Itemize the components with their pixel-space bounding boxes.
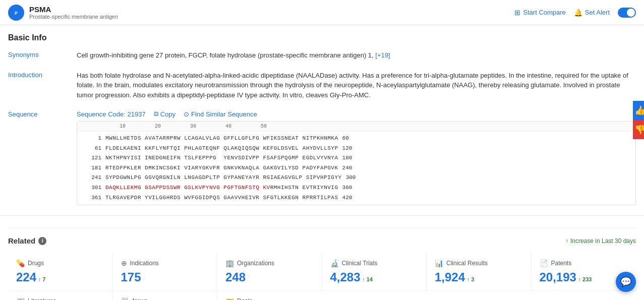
sequence-row: Sequence Sequence Code: 21937 ⧉ Copy ⊙ F…	[8, 110, 636, 205]
patents-icon: 📄	[540, 259, 548, 267]
introduction-value: Has both folate hydrolase and N-acetylat…	[77, 71, 636, 100]
literatures-label: Literatures	[28, 297, 56, 300]
header-left: P PSMA Prostate-specific membrane antige…	[8, 5, 118, 21]
stat-indications[interactable]: ⊕ Indications 175	[113, 253, 218, 290]
related-title-group: Related i	[8, 236, 46, 245]
sequence-box: 10 20 30 40 50 1 MWNLLHETDS AVATARRPRW L…	[77, 121, 636, 205]
clinical-trials-change: ↑ 14	[362, 276, 373, 282]
main-content: Basic Info Synonyms Cell growth-inhibiti…	[0, 25, 644, 300]
stat-organizations[interactable]: 🏢 Organizations 248	[217, 253, 322, 290]
sequence-rows: 1 MWNLLHETDS AVATARRPRW LCAGALVLAG GFFLL…	[77, 132, 635, 205]
stat-news[interactable]: 📡 News 498 ↑ 34	[113, 291, 218, 300]
related-section: Related i ↑ Increase in Last 30 days 💊 D…	[8, 228, 636, 300]
synonyms-more-link[interactable]: [+19]	[375, 51, 390, 59]
sequence-ruler: 10 20 30 40 50	[77, 122, 635, 132]
organizations-value-row: 248	[225, 270, 314, 284]
feedback-up-button[interactable]: 👍	[633, 101, 644, 120]
copy-button[interactable]: ⧉ Copy	[154, 110, 175, 118]
synonyms-value: Cell growth-inhibiting gene 27 protein, …	[77, 50, 636, 61]
clinical-results-value-row: 1,924 ↑ 3	[435, 270, 523, 284]
header-title-block: PSMA Prostate-specific membrane antigen	[29, 5, 118, 20]
seq-row-1: 1 MWNLLHETDS AVATARRPRW LCAGALVLAG GFFLL…	[77, 134, 635, 144]
patents-change: ↑ 233	[578, 276, 592, 282]
compare-icon: ⊞	[514, 9, 520, 17]
stats-grid-row2: 📰 Literatures 5,864 📡 News 498 ↑ 34	[8, 290, 636, 300]
introduction-row: Introduction Has both folate hydrolase a…	[8, 71, 636, 100]
seq-row-301: 301 DAQKLLEKMG GSAPPDSSWR GSLKVPYNVG PGF…	[77, 183, 635, 193]
indications-count: 175	[121, 270, 141, 284]
increase-badge: ↑ Increase in Last 30 days	[565, 237, 636, 245]
alert-toggle[interactable]	[618, 8, 636, 18]
related-title-text: Related	[8, 236, 35, 245]
psma-logo: P	[8, 5, 24, 21]
header: P PSMA Prostate-specific membrane antige…	[0, 0, 644, 25]
organizations-count: 248	[225, 270, 246, 284]
indications-value-row: 175	[121, 270, 209, 284]
indications-icon: ⊕	[121, 259, 127, 267]
section-divider	[0, 215, 644, 216]
news-icon: 📡	[121, 297, 130, 300]
related-header: Related i ↑ Increase in Last 30 days	[8, 236, 636, 245]
basic-info-section: Basic Info Synonyms Cell growth-inhibiti…	[8, 33, 636, 205]
drugs-value-row: 224 ↑ 7	[16, 270, 104, 284]
patents-count: 20,193	[540, 270, 576, 284]
header-right: ⊞ Start Compare 🔔 Set Alert	[514, 8, 636, 18]
introduction-label[interactable]: Introduction	[8, 71, 69, 79]
clinical-trials-icon: 🔬	[330, 259, 339, 267]
seq-row-121: 121 NKTHPNYISI INEDGNEIFN TSLFEPPPG YENV…	[77, 153, 635, 163]
increase-label: Increase in Last 30 days	[570, 237, 636, 245]
clinical-trials-count: 4,283	[330, 270, 361, 284]
entity-subtitle: Prostate-specific membrane antigen	[29, 14, 118, 20]
chat-button[interactable]: 💬	[616, 272, 636, 292]
organizations-label: Organizations	[237, 260, 274, 267]
drugs-count: 224	[16, 270, 36, 284]
drugs-icon: 💊	[16, 259, 25, 267]
clinical-results-change: ↑ 3	[467, 276, 475, 282]
news-label: News	[133, 297, 148, 300]
bell-icon: 🔔	[574, 9, 582, 17]
feedback-strip: 👍 👎	[633, 101, 644, 139]
deals-label: Deals	[237, 297, 253, 300]
seq-row-181: 181 RTEDFPKLER DMKINCSGKI VIARYGKVFR GNK…	[77, 163, 635, 173]
start-compare-button[interactable]: ⊞ Start Compare	[514, 9, 566, 17]
seq-row-241: 241 SYPDGWNLPG GGVQRGNILN LNGAGDPLTP GYP…	[77, 173, 635, 183]
copy-icon: ⧉	[154, 110, 158, 118]
sequence-content: Sequence Code: 21937 ⧉ Copy ⊙ Find Simil…	[77, 110, 636, 205]
sequence-code-link[interactable]: Sequence Code: 21937	[77, 110, 146, 118]
find-similar-button[interactable]: ⊙ Find Similar Sequence	[184, 110, 257, 118]
patents-label: Patents	[551, 260, 572, 267]
seq-row-61: 61 FLDELKAENI KKFLYNFTQI PHLAGTEQNF QLAK…	[77, 144, 635, 154]
stats-grid-row1: 💊 Drugs 224 ↑ 7 ⊕ Indications 175	[8, 253, 636, 290]
synonyms-label: Synonyms	[8, 50, 69, 58]
sequence-label: Sequence	[8, 110, 69, 118]
clinical-results-label: Clinical Results	[446, 260, 488, 267]
synonyms-row: Synonyms Cell growth-inhibiting gene 27 …	[8, 50, 636, 61]
stat-clinical-trials[interactable]: 🔬 Clinical Trials 4,283 ↑ 14	[322, 253, 427, 290]
organizations-icon: 🏢	[225, 259, 234, 267]
svg-text:P: P	[15, 11, 18, 16]
clinical-trials-label: Clinical Trials	[342, 260, 378, 267]
seq-row-361: 361 TLRGAVEPDR YVILGGHRDS WVFGGIDPQS GAA…	[77, 193, 635, 203]
indications-label: Indications	[130, 260, 159, 267]
stat-deals[interactable]: 🤝 Deals 56 ↑ 1	[217, 291, 322, 300]
stat-literatures[interactable]: 📰 Literatures 5,864	[8, 291, 113, 300]
literatures-icon: 📰	[16, 297, 25, 300]
drugs-change: ↑ 7	[38, 276, 46, 282]
sequence-actions: Sequence Code: 21937 ⧉ Copy ⊙ Find Simil…	[77, 110, 636, 118]
entity-title: PSMA	[29, 5, 118, 14]
set-alert-button[interactable]: 🔔 Set Alert	[574, 9, 610, 17]
patents-value-row: 20,193 ↑ 233	[540, 270, 628, 284]
drugs-label: Drugs	[28, 260, 44, 267]
basic-info-title: Basic Info	[8, 33, 636, 42]
feedback-down-button[interactable]: 👎	[633, 120, 644, 139]
increase-arrow-icon: ↑	[565, 237, 568, 245]
chat-icon: 💬	[620, 276, 631, 287]
stat-clinical-results[interactable]: 📊 Clinical Results 1,924 ↑ 3	[427, 253, 532, 290]
related-info-icon[interactable]: i	[38, 237, 46, 245]
clinical-trials-value-row: 4,283 ↑ 14	[330, 270, 419, 284]
clinical-results-count: 1,924	[435, 270, 465, 284]
deals-icon: 🤝	[225, 297, 234, 300]
similar-icon: ⊙	[184, 110, 189, 118]
stat-drugs[interactable]: 💊 Drugs 224 ↑ 7	[8, 253, 113, 290]
clinical-results-icon: 📊	[435, 259, 443, 267]
